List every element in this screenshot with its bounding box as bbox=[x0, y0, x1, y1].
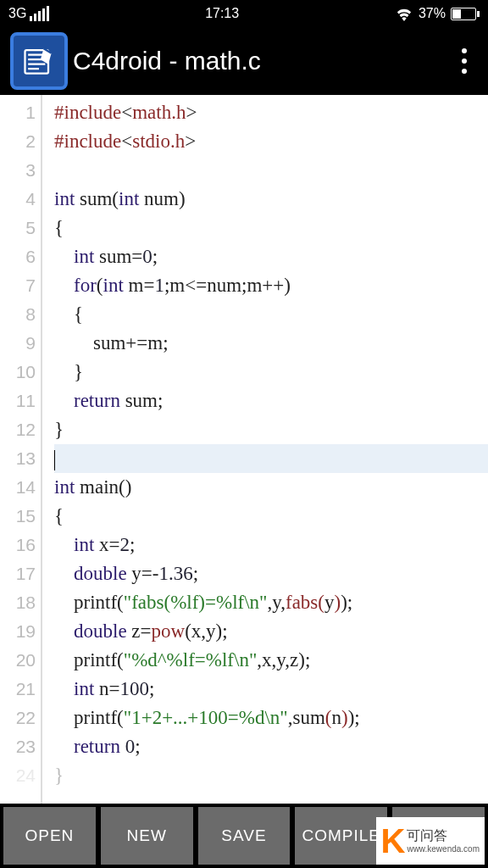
code-line[interactable]: double z=pow(x,y); bbox=[54, 617, 488, 646]
watermark: K 可问答 www.kewenda.com bbox=[376, 817, 485, 865]
code-line[interactable] bbox=[54, 156, 488, 185]
code-line[interactable]: printf("fabs(%lf)=%lf\n",y,fabs(y)); bbox=[54, 588, 488, 617]
watermark-title: 可问答 bbox=[407, 827, 480, 843]
line-number: 16 bbox=[0, 531, 36, 559]
status-bar: 3G 17:13 37% bbox=[0, 0, 488, 27]
code-line[interactable]: { bbox=[54, 502, 488, 531]
code-line[interactable]: } bbox=[54, 415, 488, 444]
code-line[interactable] bbox=[54, 444, 488, 473]
code-line[interactable]: printf("1+2+...+100=%d\n",sum(n)); bbox=[54, 704, 488, 732]
line-number: 11 bbox=[0, 387, 36, 415]
code-line[interactable]: for(int m=1;m<=num;m++) bbox=[54, 271, 488, 300]
network-label: 3G bbox=[8, 6, 26, 21]
line-number: 17 bbox=[0, 559, 36, 588]
signal-icon bbox=[30, 6, 49, 21]
line-number: 7 bbox=[0, 271, 36, 300]
line-number: 21 bbox=[0, 675, 36, 704]
battery-label: 37% bbox=[419, 6, 446, 21]
code-line[interactable]: int x=2; bbox=[54, 531, 488, 559]
new-button[interactable]: NEW bbox=[101, 807, 193, 865]
code-editor[interactable]: 123456789101112131415161718192021222324 … bbox=[0, 95, 488, 804]
code-line[interactable]: int sum=0; bbox=[54, 242, 488, 271]
overflow-menu-icon[interactable] bbox=[447, 48, 481, 74]
line-number: 19 bbox=[0, 617, 36, 646]
line-number: 5 bbox=[0, 214, 36, 242]
line-number: 1 bbox=[0, 98, 36, 127]
wifi-icon bbox=[395, 6, 413, 21]
line-number: 22 bbox=[0, 704, 36, 732]
save-button[interactable]: SAVE bbox=[198, 807, 291, 865]
line-number: 15 bbox=[0, 502, 36, 531]
line-number: 18 bbox=[0, 588, 36, 617]
app-title: C4droid - math.c bbox=[73, 47, 447, 75]
line-number: 2 bbox=[0, 127, 36, 156]
code-line[interactable]: int n=100; bbox=[54, 675, 488, 704]
line-number: 12 bbox=[0, 415, 36, 444]
clock: 17:13 bbox=[49, 6, 395, 21]
watermark-logo: K bbox=[381, 824, 406, 858]
code-line[interactable]: #include<stdio.h> bbox=[54, 127, 488, 156]
line-number: 4 bbox=[0, 185, 36, 214]
battery-icon bbox=[451, 8, 480, 20]
watermark-url: www.kewenda.com bbox=[407, 844, 480, 854]
text-cursor bbox=[54, 450, 55, 470]
code-line[interactable]: sum+=m; bbox=[54, 329, 488, 358]
line-number: 3 bbox=[0, 156, 36, 185]
code-line[interactable]: int main() bbox=[54, 473, 488, 502]
code-line[interactable]: int sum(int num) bbox=[54, 185, 488, 214]
open-button[interactable]: OPEN bbox=[3, 807, 96, 865]
line-number: 9 bbox=[0, 329, 36, 358]
code-line[interactable]: { bbox=[54, 214, 488, 242]
code-line[interactable]: #include<math.h> bbox=[54, 98, 488, 127]
line-number: 6 bbox=[0, 242, 36, 271]
line-number: 10 bbox=[0, 358, 36, 387]
code-line[interactable]: return 0; bbox=[54, 732, 488, 761]
app-logo-icon bbox=[10, 32, 68, 90]
code-line[interactable]: } bbox=[54, 358, 488, 387]
app-bar: C4droid - math.c bbox=[0, 27, 488, 95]
compile-button[interactable]: COMPILE bbox=[295, 807, 387, 865]
code-line[interactable]: } bbox=[54, 761, 488, 790]
line-number: 13 bbox=[0, 444, 36, 473]
line-number: 23 bbox=[0, 732, 36, 761]
code-line[interactable]: return sum; bbox=[54, 387, 488, 415]
code-area[interactable]: #include<math.h>#include<stdio.h>int sum… bbox=[42, 95, 488, 804]
line-gutter: 123456789101112131415161718192021222324 bbox=[0, 95, 42, 804]
line-number: 20 bbox=[0, 646, 36, 675]
line-number: 8 bbox=[0, 300, 36, 329]
code-line[interactable]: double y=-1.36; bbox=[54, 559, 488, 588]
code-line[interactable]: { bbox=[54, 300, 488, 329]
line-number: 24 bbox=[0, 761, 36, 790]
code-line[interactable]: printf("%d^%lf=%lf\n",x,y,z); bbox=[54, 646, 488, 675]
line-number: 14 bbox=[0, 473, 36, 502]
